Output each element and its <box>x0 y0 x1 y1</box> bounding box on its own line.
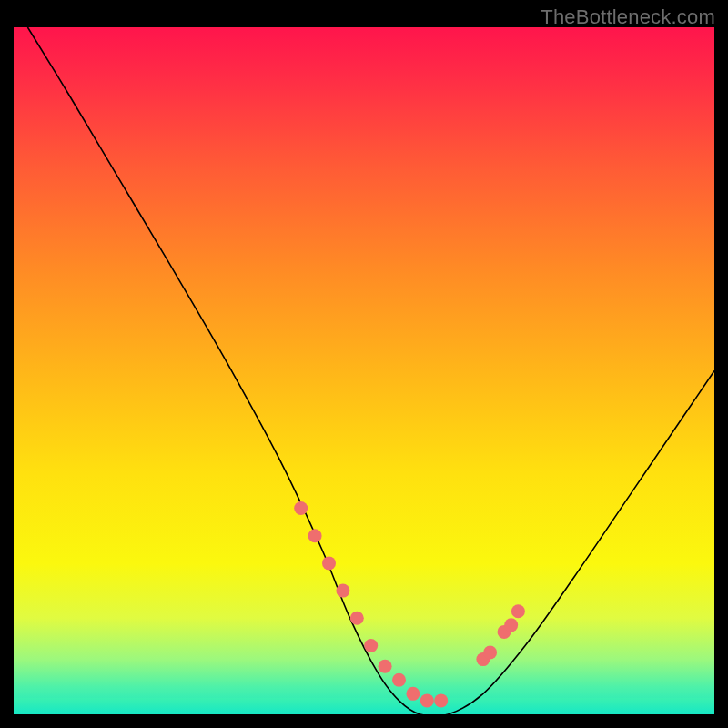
highlight-dot <box>294 501 308 515</box>
highlight-dots <box>294 501 525 707</box>
highlight-dot <box>336 584 349 598</box>
chart-frame: TheBottleneck.com <box>0 0 728 728</box>
highlight-dot <box>392 673 406 687</box>
highlight-dot <box>483 646 497 660</box>
highlight-dot <box>511 604 525 618</box>
chart-overlay <box>14 27 714 714</box>
highlight-dot <box>322 556 336 570</box>
watermark-text: TheBottleneck.com <box>541 5 715 29</box>
plot-area <box>14 27 714 714</box>
highlight-dot <box>379 660 392 673</box>
highlight-dot <box>350 612 364 625</box>
highlight-dot <box>364 639 378 652</box>
highlight-dot <box>434 693 448 707</box>
highlight-dot <box>308 529 322 542</box>
bottleneck-curve <box>27 27 714 716</box>
highlight-dot <box>420 693 434 707</box>
highlight-dot <box>406 687 420 701</box>
highlight-dot <box>504 618 518 632</box>
